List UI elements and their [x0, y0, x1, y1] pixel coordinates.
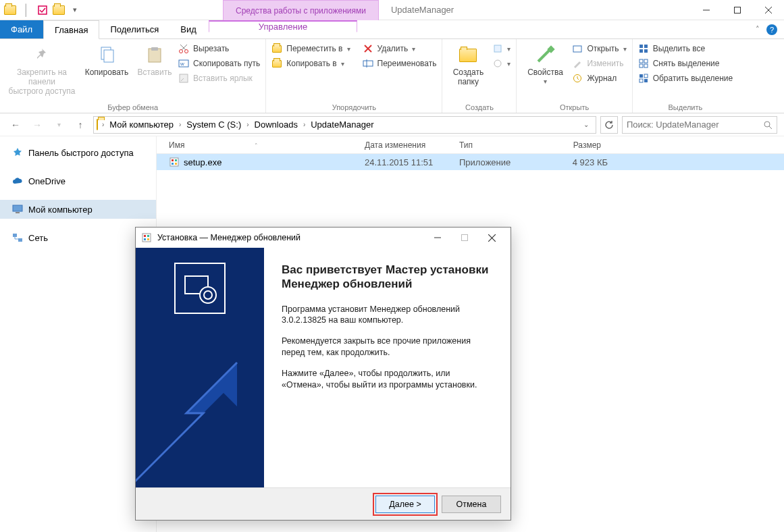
sidebar-item-label: OneDrive: [28, 176, 66, 186]
help-icon[interactable]: ?: [766, 24, 777, 35]
qat-dropdown-icon[interactable]: ▾: [69, 4, 81, 16]
move-to-icon: [271, 43, 282, 54]
svg-text:w: w: [180, 61, 184, 67]
sidebar-item-label: Мой компьютер: [28, 205, 93, 215]
dialog-paragraph: Программа установит Менеджер обновлений …: [282, 304, 493, 327]
navigation-pane: Панель быстрого доступа OneDrive Мой ком…: [0, 136, 157, 532]
paste-shortcut-label: Вставить ярлык: [193, 74, 253, 83]
svg-rect-0: [38, 6, 47, 14]
sidebar-item-onedrive[interactable]: OneDrive: [0, 171, 156, 190]
copy-label: Копировать: [85, 68, 129, 78]
delete-icon: [363, 43, 373, 54]
edit-button[interactable]: Изменить: [572, 57, 626, 70]
sidebar-item-label: Сеть: [28, 233, 48, 243]
tab-file[interactable]: Файл: [0, 20, 43, 38]
search-box[interactable]: [622, 116, 777, 134]
svg-point-37: [764, 122, 770, 127]
sidebar-item-this-pc[interactable]: Мой компьютер: [0, 200, 156, 219]
properties-icon: [534, 45, 556, 66]
easy-access-button[interactable]: [492, 57, 511, 70]
paste-button[interactable]: Вставить: [135, 42, 174, 80]
svg-rect-34: [644, 74, 648, 78]
installer-dialog: Установка — Менеджер обновлений: [135, 227, 511, 521]
select-all-icon: [638, 43, 649, 54]
select-none-label: Снять выделение: [653, 59, 720, 68]
maximize-button[interactable]: [722, 0, 753, 20]
minimize-button[interactable]: [691, 0, 722, 20]
breadcrumb-item[interactable]: Downloads: [253, 119, 299, 130]
paste-shortcut-button[interactable]: Вставить ярлык: [178, 72, 260, 85]
folder-icon: [4, 4, 16, 16]
search-icon[interactable]: [763, 120, 773, 130]
ribbon-group-organize: Переместить в Копировать в Удалить: [266, 39, 442, 113]
chevron-right-icon[interactable]: ›: [178, 121, 182, 128]
quick-access-toolbar: │ ▾: [0, 0, 85, 20]
new-folder-button[interactable]: Создать папку: [448, 42, 488, 90]
breadcrumb-item[interactable]: Мой компьютер: [108, 119, 175, 130]
pin-to-quick-access-button[interactable]: Закрепить на панели быстрого доступа: [5, 42, 78, 99]
cancel-button[interactable]: Отмена: [442, 496, 501, 513]
file-row[interactable]: setup.exe 24.11.2015 11:51 Приложение 4 …: [157, 154, 784, 170]
tab-share[interactable]: Поделиться: [99, 20, 169, 38]
dialog-side-banner: [136, 248, 264, 487]
installer-icon: [141, 232, 152, 243]
svg-rect-43: [170, 158, 178, 166]
copy-path-icon: w: [178, 58, 189, 69]
pin-label: Закрепить на панели быстрого доступа: [7, 68, 77, 96]
chevron-right-icon[interactable]: ›: [302, 121, 307, 128]
file-name: setup.exe: [184, 157, 221, 167]
new-item-button[interactable]: [492, 42, 511, 55]
next-button[interactable]: Далее >: [375, 496, 435, 513]
tab-manage[interactable]: Управление: [209, 20, 357, 32]
properties-icon[interactable]: [36, 4, 49, 16]
move-to-button[interactable]: Переместить в: [271, 42, 350, 55]
copy-path-button[interactable]: w Скопировать путь: [178, 57, 260, 70]
chevron-right-icon[interactable]: ›: [245, 121, 250, 128]
invert-selection-button[interactable]: Обратить выделение: [638, 72, 733, 85]
breadcrumb-item[interactable]: UpdateManager: [309, 119, 375, 130]
forward-button[interactable]: →: [28, 116, 46, 134]
copy-to-button[interactable]: Копировать в: [271, 57, 350, 70]
breadcrumb-item[interactable]: System C (S:): [185, 119, 242, 130]
tab-view[interactable]: Вид: [169, 20, 207, 38]
search-input[interactable]: [627, 119, 763, 130]
delete-button[interactable]: Удалить: [363, 42, 437, 55]
sidebar-item-quick-access[interactable]: Панель быстрого доступа: [0, 143, 156, 162]
chevron-right-icon[interactable]: ›: [101, 121, 105, 128]
history-button[interactable]: Журнал: [572, 72, 626, 85]
copy-button[interactable]: Копировать: [82, 42, 131, 80]
up-button[interactable]: ↑: [72, 116, 89, 134]
select-none-button[interactable]: Снять выделение: [638, 57, 733, 70]
dialog-title-bar[interactable]: Установка — Менеджер обновлений: [136, 228, 511, 248]
recent-locations-button[interactable]: ▾: [50, 116, 68, 134]
close-button[interactable]: [753, 0, 784, 20]
column-header-size[interactable]: Размер: [554, 140, 608, 150]
svg-rect-23: [573, 46, 581, 52]
dialog-close-button[interactable]: [478, 228, 505, 247]
sidebar-item-network[interactable]: Сеть: [0, 228, 156, 247]
dialog-minimize-button[interactable]: [424, 228, 451, 247]
sidebar-item-label: Панель быстрого доступа: [28, 148, 134, 158]
column-header-name[interactable]: Имя ˄: [169, 140, 365, 150]
breadcrumb-label: Downloads: [255, 119, 298, 130]
tab-home[interactable]: Главная: [43, 20, 99, 39]
select-group-label: Выделить: [638, 102, 733, 111]
address-bar[interactable]: › Мой компьютер › System C (S:) › Downlo…: [93, 116, 596, 134]
pin-icon: [31, 45, 53, 66]
folder-icon[interactable]: [53, 4, 65, 16]
svg-rect-28: [644, 49, 648, 53]
properties-button[interactable]: Свойства ▾: [522, 42, 568, 88]
ribbon-group-new: Создать папку Создать: [442, 39, 517, 113]
refresh-button[interactable]: [600, 116, 618, 134]
collapse-ribbon-icon[interactable]: ˄: [756, 25, 760, 34]
cut-button[interactable]: Вырезать: [178, 42, 260, 55]
open-button[interactable]: Открыть: [572, 42, 626, 55]
ribbon-tabs: Файл Главная Поделиться Вид Управление ˄…: [0, 20, 784, 39]
address-dropdown-icon[interactable]: ⌄: [579, 121, 593, 128]
select-all-button[interactable]: Выделить все: [638, 42, 733, 55]
rename-button[interactable]: Переименовать: [363, 57, 437, 70]
column-header-date[interactable]: Дата изменения: [365, 140, 459, 150]
svg-point-21: [494, 60, 501, 67]
column-header-type[interactable]: Тип: [459, 140, 554, 150]
back-button[interactable]: ←: [7, 116, 24, 134]
